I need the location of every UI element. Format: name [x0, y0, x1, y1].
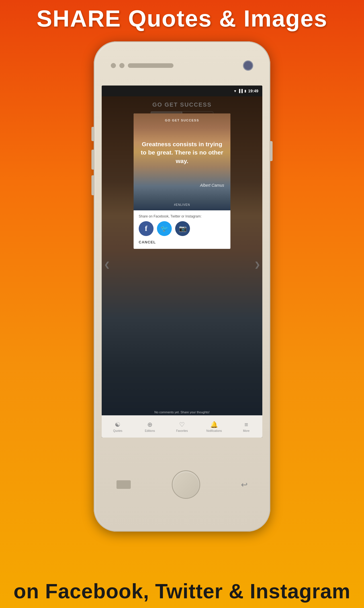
page-footer-title: on Facebook, Twitter & Instagram	[0, 579, 364, 603]
quote-hashtag: #ENLIVEN	[174, 203, 190, 206]
more-icon: ≡	[244, 421, 248, 428]
power-button	[270, 141, 273, 161]
social-buttons: f 🐦 📷	[139, 221, 225, 236]
quote-card: GO GET SUCCESS Greatness consists in try…	[134, 113, 230, 210]
phone-shell: ▾ ▐▐ ▮ 19:49 GO GET SUCCESS Daily Instan…	[94, 41, 270, 532]
quote-text: Greatness consists in trying to be great…	[140, 140, 224, 165]
dot-1	[111, 63, 116, 68]
nav-label-more: More	[243, 429, 250, 432]
page-header-title: SHARE Quotes & Images	[0, 5, 364, 32]
share-section: Share on Facebook, Twitter or Instagram:…	[134, 210, 230, 249]
earpiece-speaker	[128, 63, 173, 68]
battery-icon: ▮	[244, 89, 246, 93]
facebook-icon: f	[145, 224, 148, 233]
twitter-icon: 🐦	[161, 225, 168, 232]
nav-label-editions: Editions	[145, 429, 155, 432]
signal-icon: ▐▐	[238, 89, 243, 93]
cancel-button[interactable]: CANCEL	[139, 240, 225, 247]
modal-overlay: GO GET SUCCESS Greatness consists in try…	[102, 96, 262, 438]
volume-up-button	[91, 150, 94, 170]
status-icons: ▾ ▐▐ ▮ 19:49	[234, 89, 258, 93]
notifications-icon: 🔔	[210, 421, 218, 428]
phone-screen: ▾ ▐▐ ▮ 19:49 GO GET SUCCESS Daily Instan…	[102, 86, 262, 438]
share-modal: GO GET SUCCESS Greatness consists in try…	[134, 113, 230, 249]
quote-author: Albert Camus	[140, 183, 224, 188]
home-button[interactable]	[172, 470, 200, 499]
bottom-navigation: ☯ Quotes ⊕ Editions ♡ Favorites 🔔 Notifi…	[102, 415, 262, 438]
dot-2	[119, 63, 124, 68]
front-camera	[243, 60, 253, 71]
nav-item-more[interactable]: ≡ More	[230, 421, 262, 432]
volume-down-button	[91, 175, 94, 195]
nav-label-quotes: Quotes	[113, 429, 122, 432]
nav-item-notifications[interactable]: 🔔 Notifications	[198, 421, 230, 432]
instagram-icon: 📷	[179, 225, 187, 232]
share-label: Share on Facebook, Twitter or Instagram:	[139, 214, 225, 218]
bottom-bezel: ↩	[94, 438, 270, 532]
quotes-icon: ☯	[115, 421, 120, 428]
status-bar: ▾ ▐▐ ▮ 19:49	[102, 86, 262, 96]
instagram-share-button[interactable]: 📷	[175, 221, 190, 236]
no-comments-text: No comments yet. Share your thoughts!	[102, 410, 262, 414]
back-button[interactable]: ↩	[241, 480, 248, 489]
nav-label-favorites: Favorites	[176, 429, 188, 432]
speaker-dots	[111, 63, 173, 68]
nav-item-editions[interactable]: ⊕ Editions	[134, 421, 166, 432]
recent-apps-button[interactable]	[116, 480, 131, 489]
twitter-share-button[interactable]: 🐦	[157, 221, 172, 236]
nav-label-notifications: Notifications	[206, 429, 222, 432]
volume-silent-button	[91, 127, 94, 141]
status-time: 19:49	[248, 89, 258, 93]
top-bezel	[94, 41, 270, 90]
nav-item-quotes[interactable]: ☯ Quotes	[102, 421, 134, 432]
app-content: GO GET SUCCESS Daily Instant Yesterday's…	[102, 96, 262, 438]
wifi-icon: ▾	[234, 89, 236, 93]
editions-icon: ⊕	[147, 421, 152, 428]
quote-card-title: GO GET SUCCESS	[165, 119, 199, 122]
nav-item-favorites[interactable]: ♡ Favorites	[166, 421, 198, 432]
favorites-icon: ♡	[179, 421, 185, 428]
facebook-share-button[interactable]: f	[139, 221, 154, 236]
